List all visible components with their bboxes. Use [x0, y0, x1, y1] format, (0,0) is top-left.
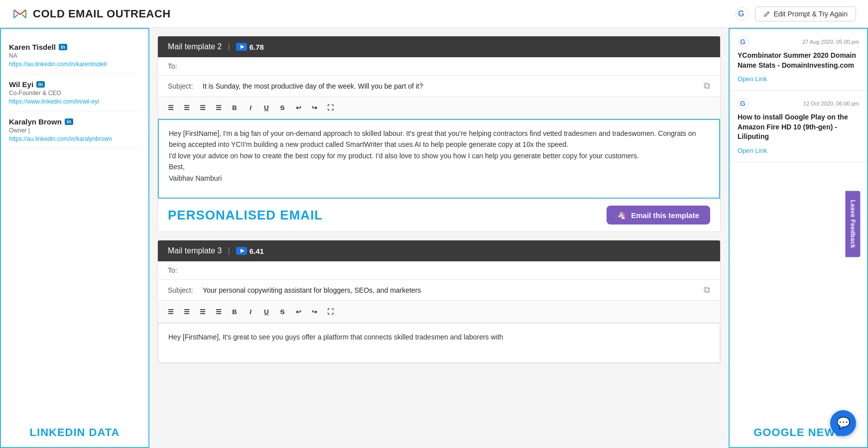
- fullscreen-btn[interactable]: ⛶: [323, 101, 337, 114]
- editor-toolbar: ☰ ☰ ☰ ☰ B I U S ↩ ↪ ⛶: [158, 97, 720, 119]
- contact-url: https://www.linkedin.com/in/wil-eyi: [9, 98, 140, 105]
- copy-icon-2[interactable]: ⧉: [704, 285, 710, 295]
- edit-prompt-button[interactable]: Edit Prompt & Try Again: [755, 6, 856, 21]
- score-badge: 6.78: [236, 43, 264, 51]
- align-right-btn-2[interactable]: ☰: [196, 305, 210, 319]
- news-card-header-1: G 27 Aug 2020, 05:00 pm: [738, 36, 859, 48]
- underline-btn-2[interactable]: U: [259, 305, 273, 319]
- editor-toolbar-2: ☰ ☰ ☰ ☰ B I U S ↩ ↪ ⛶: [158, 301, 720, 323]
- align-center-btn[interactable]: ☰: [180, 101, 194, 114]
- email-template-1: Mail template 2 | 6.78 To: Subjec: [157, 36, 721, 232]
- strikethrough-btn[interactable]: S: [275, 101, 289, 114]
- align-left-btn[interactable]: ☰: [164, 101, 178, 114]
- contact-name: Karen Tisdell in: [9, 43, 140, 51]
- center-content: Mail template 2 | 6.78 To: Subjec: [149, 28, 729, 448]
- email-template-2: Mail template 3 | 6.41 To: Subject:: [157, 240, 721, 363]
- linkedin-badge: in: [59, 44, 67, 50]
- italic-btn-2[interactable]: I: [244, 305, 257, 319]
- email-body: To: Subject: It is Sunday, the most prod…: [158, 57, 720, 199]
- header-left: COLD EMAIL OUTREACH: [12, 6, 171, 22]
- contact-url: https://au.linkedin.com/in/karentisdell: [9, 61, 140, 68]
- align-right-btn[interactable]: ☰: [196, 101, 210, 114]
- linkedin-sidebar: Karen Tisdell in NA https://au.linkedin.…: [0, 28, 149, 448]
- contact-card: Karen Tisdell in NA https://au.linkedin.…: [9, 37, 140, 74]
- news-link-1[interactable]: Open Link: [738, 75, 767, 83]
- chat-icon: 💬: [837, 417, 850, 430]
- italic-btn[interactable]: I: [244, 101, 257, 114]
- email-card-header: Mail template 2 | 6.78: [158, 36, 720, 57]
- contact-title: NA: [9, 52, 140, 59]
- contact-card: Wil Eyi in Co-Founder & CEO https://www.…: [9, 74, 140, 112]
- email-to-field: To:: [158, 57, 720, 76]
- chat-bubble-btn[interactable]: 💬: [830, 410, 856, 436]
- email-this-template-btn[interactable]: 🦄 Email this template: [607, 206, 710, 224]
- linkedin-badge: in: [65, 118, 73, 125]
- score-icon: [236, 43, 247, 51]
- news-link-2[interactable]: Open Link: [738, 147, 767, 154]
- news-date-2: 12 Oct 2020, 06:00 pm: [803, 101, 859, 107]
- svg-text:G: G: [740, 38, 745, 46]
- svg-text:G: G: [738, 9, 744, 18]
- align-center-btn-2[interactable]: ☰: [180, 305, 194, 319]
- app-title: COLD EMAIL OUTREACH: [33, 7, 171, 20]
- align-left-btn-2[interactable]: ☰: [164, 305, 178, 319]
- gmail-icon: [12, 6, 28, 22]
- undo-btn[interactable]: ↩: [291, 101, 305, 114]
- contact-title: Owner |: [9, 127, 140, 134]
- underline-btn[interactable]: U: [259, 101, 273, 114]
- contact-name: Karalyn Brown in: [9, 117, 140, 126]
- email-subject-field: Subject: It is Sunday, the most producti…: [158, 76, 720, 97]
- google-news-icon-1: G: [738, 36, 749, 48]
- template-name: Mail template 2: [168, 42, 222, 51]
- align-justify-btn-2[interactable]: ☰: [212, 305, 226, 319]
- redo-btn[interactable]: ↪: [307, 101, 321, 114]
- score-badge-2: 6.41: [236, 247, 264, 255]
- contact-title: Co-Founder & CEO: [9, 90, 140, 97]
- template-name-2: Mail template 3: [168, 246, 222, 255]
- align-justify-btn[interactable]: ☰: [212, 101, 226, 114]
- score-icon-2: [236, 247, 247, 255]
- app-header: COLD EMAIL OUTREACH G Edit Prompt & Try …: [0, 0, 868, 28]
- email-subject-field-2: Subject: Your personal copywriting assis…: [158, 280, 720, 301]
- google-news-icon-2: G: [738, 98, 749, 110]
- google-news-label: GOOGLE NEWS: [753, 426, 843, 439]
- email-card-header-2: Mail template 3 | 6.41: [158, 240, 720, 261]
- news-card-header-2: G 12 Oct 2020, 06:00 pm: [738, 98, 859, 110]
- strikethrough-btn-2[interactable]: S: [275, 305, 289, 319]
- pencil-icon: [763, 10, 770, 17]
- news-article-1: G 27 Aug 2020, 05:00 pm YCombinator Summ…: [730, 29, 867, 91]
- undo-btn-2[interactable]: ↩: [291, 305, 305, 319]
- news-title-1: YCombinator Summer 2020 Domain Name Stat…: [738, 51, 859, 70]
- main-layout: Karen Tisdell in NA https://au.linkedin.…: [0, 28, 868, 448]
- fullscreen-btn-2[interactable]: ⛶: [323, 305, 337, 319]
- header-right: G Edit Prompt & Try Again: [735, 6, 856, 21]
- email-body-2: To: Subject: Your personal copywriting a…: [158, 261, 720, 363]
- svg-text:G: G: [740, 100, 745, 108]
- email-content-editor-2[interactable]: Hey [FirstName], It's great to see you g…: [158, 323, 720, 363]
- linkedin-badge: in: [36, 81, 45, 88]
- google-logo: G: [735, 7, 749, 21]
- redo-btn-2[interactable]: ↪: [307, 305, 321, 319]
- copy-icon[interactable]: ⧉: [704, 81, 710, 91]
- linkedin-data-label: LINKEDIN DATA: [30, 426, 120, 439]
- email-to-field-2: To:: [158, 261, 720, 280]
- contact-url: https://au.linkedin.com/in/karalynbrown: [9, 135, 140, 142]
- contact-card: Karalyn Brown in Owner | https://au.link…: [9, 112, 140, 149]
- email-content-editor[interactable]: Hey [FirstName], I'm a big fan of your o…: [158, 119, 720, 199]
- news-title-2: How to install Google Play on the Amazon…: [738, 112, 859, 142]
- bold-btn[interactable]: B: [228, 101, 242, 114]
- news-article-2: G 12 Oct 2020, 06:00 pm How to install G…: [730, 91, 867, 162]
- news-date-1: 27 Aug 2020, 05:00 pm: [802, 39, 859, 45]
- contact-name: Wil Eyi in: [9, 80, 140, 89]
- feedback-tab[interactable]: Leave Feedback: [846, 191, 861, 257]
- bold-btn-2[interactable]: B: [228, 305, 242, 319]
- email-footer: PERSONALISED EMAIL 🦄 Email this template: [158, 199, 720, 231]
- personalised-label: PERSONALISED EMAIL: [168, 208, 323, 223]
